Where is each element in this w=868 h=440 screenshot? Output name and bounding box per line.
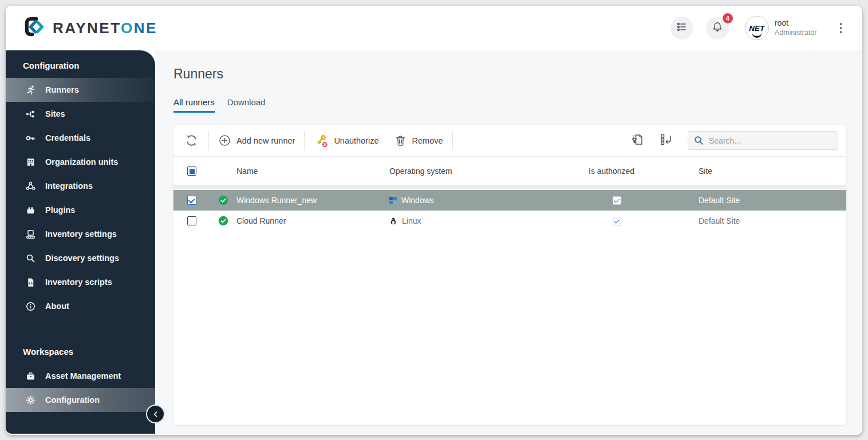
sidebar-item-sites[interactable]: Sites: [6, 102, 155, 126]
column-header-os[interactable]: Operating system: [389, 167, 589, 176]
sidebar-item-runners[interactable]: Runners: [6, 78, 155, 102]
raynet-logo-icon: [22, 15, 46, 41]
runner-name: Cloud Runner: [236, 216, 389, 225]
briefcase-icon: [25, 371, 36, 382]
task-list-button[interactable]: [670, 17, 693, 39]
select-all-checkbox[interactable]: [187, 167, 196, 176]
plus-circle-icon: [218, 134, 231, 147]
os-label: Linux: [402, 216, 421, 225]
user-meta: root Administrator: [775, 18, 817, 37]
site-label: Default Site: [699, 196, 846, 205]
notifications-button[interactable]: 4: [706, 17, 729, 39]
trash-icon: [394, 134, 407, 147]
magnifier-icon: [25, 253, 36, 264]
runners-panel: Add new runner Unauthorize Remove: [173, 125, 846, 425]
user-avatar[interactable]: NET: [745, 16, 769, 40]
tab-all-runners[interactable]: All runners: [173, 97, 215, 113]
top-bar: RAYNETONE 4: [6, 6, 862, 50]
sidebar-item-label: Inventory settings: [45, 229, 117, 239]
sidebar-item-label: Asset Management: [45, 371, 121, 380]
site-label: Default Site: [699, 216, 846, 225]
tab-download[interactable]: Download: [227, 97, 266, 113]
sidebar-item-asset-management[interactable]: Asset Management: [6, 364, 155, 388]
remove-label: Remove: [412, 136, 443, 145]
page-title: Runners: [173, 66, 846, 82]
sidebar: Configuration Runners Sites Credentials …: [6, 50, 155, 434]
sidebar-item-credentials[interactable]: Credentials: [6, 126, 155, 150]
column-header-name[interactable]: Name: [236, 167, 389, 176]
table-row[interactable]: Windows Runner_new Windows Default Site: [173, 190, 846, 211]
row-checkbox[interactable]: [187, 216, 196, 225]
refresh-button[interactable]: [180, 133, 203, 148]
row-checkbox[interactable]: [187, 196, 196, 205]
inventory-settings-icon: [25, 229, 36, 240]
authorized-checkbox[interactable]: [613, 196, 621, 205]
sidebar-item-label: Integrations: [45, 181, 93, 191]
sidebar-item-label: Runners: [45, 85, 79, 94]
sidebar-item-label: Sites: [45, 109, 65, 118]
column-header-site[interactable]: Site: [699, 167, 846, 176]
search-icon: [693, 135, 704, 146]
os-label: Windows: [401, 196, 434, 205]
search-box: [688, 131, 838, 150]
app-window: RAYNETONE 4: [6, 6, 862, 435]
info-icon: [25, 301, 36, 312]
app-logo: RAYNETONE: [22, 15, 157, 41]
sidebar-item-inventory-scripts[interactable]: Inventory scripts: [6, 270, 155, 294]
key-icon: [25, 133, 36, 144]
sidebar-section-configuration: Configuration: [6, 50, 155, 78]
linux-icon: [389, 217, 397, 225]
sites-icon: [25, 109, 36, 120]
sidebar-item-plugins[interactable]: Plugins: [6, 198, 155, 222]
toolbar-divider: [208, 131, 209, 150]
main-content: Runners All runners Download Add new run…: [155, 50, 862, 434]
sidebar-item-label: Configuration: [45, 395, 100, 405]
sidebar-item-organization-units[interactable]: Organization units: [6, 150, 155, 174]
sidebar-item-label: Inventory scripts: [45, 278, 112, 287]
unauthorize-label: Unauthorize: [334, 136, 378, 145]
sidebar-item-label: Discovery settings: [45, 253, 119, 263]
table-header-divider: [173, 185, 846, 190]
authorized-checkbox[interactable]: [613, 217, 621, 225]
user-name: root: [775, 18, 817, 29]
saved-filters-button[interactable]: [630, 133, 644, 149]
table-row[interactable]: Cloud Runner Linux Default Site: [173, 211, 846, 231]
toolbar-right: [630, 131, 838, 150]
sidebar-item-integrations[interactable]: Integrations: [6, 174, 155, 198]
search-input[interactable]: [688, 131, 838, 150]
sidebar-item-label: Plugins: [45, 205, 75, 215]
remove-button[interactable]: Remove: [390, 134, 447, 147]
sidebar-item-about[interactable]: About: [6, 294, 155, 318]
plugin-icon: [25, 205, 36, 216]
tabs: All runners Download: [173, 90, 846, 113]
table-header: Name Operating system Is authorized Site: [173, 157, 846, 185]
runner-icon: [25, 85, 36, 96]
chevron-left-icon: [152, 410, 160, 418]
avatar-text: NET: [749, 24, 764, 33]
sidebar-item-label: Organization units: [45, 157, 118, 167]
sidebar-item-inventory-settings[interactable]: Inventory settings: [6, 222, 155, 246]
sidebar-item-discovery-settings[interactable]: Discovery settings: [6, 246, 155, 270]
more-options-button[interactable]: [837, 19, 846, 37]
sidebar-item-label: Credentials: [45, 133, 90, 142]
choose-columns-button[interactable]: [659, 133, 673, 149]
column-header-authorized[interactable]: Is authorized: [589, 167, 699, 176]
integrations-icon: [25, 181, 36, 192]
sidebar-collapse-button[interactable]: [146, 405, 165, 423]
runner-name: Windows Runner_new: [236, 196, 389, 205]
task-list-icon: [676, 21, 688, 35]
sidebar-item-configuration[interactable]: Configuration: [6, 388, 155, 412]
windows-icon: [389, 197, 397, 204]
add-new-runner-button[interactable]: Add new runner: [215, 134, 298, 147]
building-icon: [25, 157, 36, 168]
toolbar-divider: [452, 131, 453, 150]
unauthorize-button[interactable]: Unauthorize: [310, 133, 382, 148]
toolbar-divider: [304, 131, 305, 150]
columns-icon: [659, 133, 673, 146]
logo-wordmark: RAYNETONE: [53, 19, 157, 37]
user-role: Administrator: [775, 29, 817, 38]
refresh-icon: [184, 133, 199, 148]
gear-icon: [25, 395, 36, 406]
notifications-badge: 4: [721, 12, 734, 25]
status-online-icon: [218, 195, 228, 205]
